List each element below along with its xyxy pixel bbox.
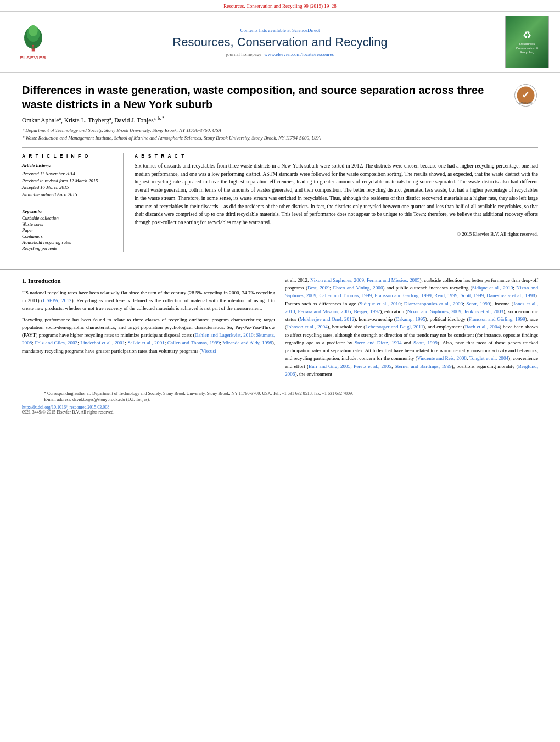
ref-scott1[interactable]: Scott, 1999 bbox=[461, 293, 484, 298]
ref-oskamp[interactable]: Oskamp, 1995 bbox=[396, 316, 425, 322]
ref-best[interactable]: Best, 2009 bbox=[307, 285, 329, 291]
author2: Krista L. Thyberga, bbox=[64, 117, 115, 124]
author1: Omkar Aphalea, bbox=[22, 117, 64, 124]
ref-usepa[interactable]: USEPA, 2013 bbox=[43, 298, 71, 303]
keyword-1: Curbside collection bbox=[22, 215, 115, 221]
body-para2: Recycling performance has been found to … bbox=[22, 316, 275, 355]
author3: David J. Tonjesa, b, * bbox=[114, 117, 164, 124]
homepage-link[interactable]: www.elsevier.com/locate/resconrec bbox=[264, 52, 334, 57]
body-right-para1: et al., 2012; Nixon and Saphores, 2009; … bbox=[285, 276, 538, 378]
ref-ebreo[interactable]: Ebreo and Vining, 2000 bbox=[333, 285, 383, 291]
footnote-area: * Corresponding author at: Department of… bbox=[22, 387, 538, 403]
ref-folz[interactable]: Folz and Giles, 2002 bbox=[35, 340, 78, 345]
page-wrapper: Resources, Conservation and Recycling 99… bbox=[0, 0, 560, 742]
ref-viscusi[interactable]: Viscusi bbox=[201, 348, 216, 354]
ref-fransson1[interactable]: Fransson and Gärling, 1999 bbox=[374, 293, 431, 298]
doi-link[interactable]: http://dx.doi.org/10.1016/j.resconrec.20… bbox=[22, 405, 109, 410]
keyword-6: Recycling percents bbox=[22, 246, 115, 251]
section1-number: 1. bbox=[22, 277, 26, 284]
ref-linderhof[interactable]: Linderhof et al., 2001 bbox=[80, 340, 125, 345]
article-area: Differences in waste generation, waste c… bbox=[0, 73, 560, 263]
svg-text:CrossMark: CrossMark bbox=[519, 101, 533, 104]
ref-scott3[interactable]: Scott, 1999 bbox=[413, 340, 438, 345]
section-divider bbox=[0, 269, 560, 270]
journal-homepage: journal homepage: www.elsevier.com/locat… bbox=[55, 52, 505, 57]
ref-scott2[interactable]: Scott, 1999 bbox=[466, 301, 490, 306]
journal-header: ELSEVIER Contents lists available at Sci… bbox=[0, 11, 560, 73]
ref-nixon1[interactable]: Nixon and Saphores, 2009 bbox=[310, 277, 364, 283]
ref-tonglet[interactable]: Tonglet et al., 2004 bbox=[469, 355, 508, 361]
keyword-4: Containers bbox=[22, 233, 115, 239]
journal-center: Contents lists available at ScienceDirec… bbox=[55, 27, 505, 57]
contents-available-line: Contents lists available at ScienceDirec… bbox=[55, 27, 505, 33]
article-info-col: A R T I C L E I N F O Article history: R… bbox=[22, 153, 124, 252]
ref-fransson2[interactable]: Fransson and Gärling, 1999 bbox=[468, 316, 525, 322]
ref-bach[interactable]: Bach et al., 2004 bbox=[465, 324, 500, 330]
keyword-3: Paper bbox=[22, 227, 115, 233]
ref-sterner[interactable]: Sterner and Bartlings, 1999 bbox=[395, 364, 452, 369]
crossmark-icon: ✓ CrossMark bbox=[513, 83, 538, 108]
top-bar: Resources, Conservation and Recycling 99… bbox=[0, 0, 560, 11]
ref-lebersorger[interactable]: Lebersorger and Beigl, 2011 bbox=[365, 324, 423, 330]
affiliations: ᵃ Department of Technology and Society, … bbox=[22, 127, 538, 142]
revised-date: Received in revised form 12 March 2015 bbox=[22, 178, 98, 183]
ref-stern[interactable]: Stern and Dietz, 1994 bbox=[355, 340, 402, 345]
abstract-col: A B S T R A C T Six tonnes of discards a… bbox=[135, 153, 538, 252]
footnote-corresponding: * Corresponding author at: Department of… bbox=[44, 390, 516, 397]
ref-vincente[interactable]: Vincente and Reis, 2008 bbox=[417, 355, 467, 361]
ref-jenkins[interactable]: Jenkins et al., 2003 bbox=[464, 309, 503, 314]
recycle-icon: ♻ bbox=[523, 29, 531, 41]
available-date: Available online 8 April 2015 bbox=[22, 192, 77, 197]
ref-daneshvary[interactable]: Daneshvary et al., 1998 bbox=[486, 293, 535, 298]
journal-title: Resources, Conservation and Recycling bbox=[55, 35, 505, 49]
crossmark-badge: ✓ CrossMark bbox=[513, 83, 538, 109]
ref-johnson[interactable]: Johnson et al., 2004 bbox=[287, 324, 328, 330]
ref-peretz[interactable]: Peretz et al., 2005 bbox=[354, 364, 391, 369]
ref-sidique1[interactable]: Sidique et al., 2010 bbox=[472, 285, 513, 291]
abstract-heading: A B S T R A C T bbox=[135, 153, 538, 159]
elsevier-logo: ELSEVIER bbox=[11, 24, 55, 60]
cover-image-content: ♻ ResourcesConservation &Recycling bbox=[506, 16, 548, 68]
elsevier-tree-icon bbox=[18, 24, 48, 54]
article-info-abstract-section: A R T I C L E I N F O Article history: R… bbox=[22, 147, 538, 252]
article-title: Differences in waste generation, waste c… bbox=[22, 83, 513, 111]
issn-copyright: 0921-3449/© 2015 Elsevier B.V. All right… bbox=[22, 410, 114, 415]
footnote-email-person: (D.J. Tonjes). bbox=[126, 397, 150, 402]
body-left-col: 1. Introduction US national recycling ra… bbox=[22, 276, 275, 381]
ref-barr[interactable]: Barr and Gilg, 2005 bbox=[309, 364, 350, 369]
copyright-line: © 2015 Elsevier B.V. All rights reserved… bbox=[135, 231, 538, 237]
accepted-date: Accepted 16 March 2015 bbox=[22, 185, 69, 190]
svg-point-3 bbox=[29, 25, 38, 36]
keyword-2: Waste sorts bbox=[22, 221, 115, 227]
footnote-email-link[interactable]: david.tonjes@stonybrook.edu bbox=[72, 397, 125, 402]
ref-dahlen[interactable]: Dahlen and Lagerkvist, 2010 bbox=[195, 332, 254, 338]
elsevier-label-text: ELSEVIER bbox=[20, 55, 47, 60]
body-right-col: et al., 2012; Nixon and Saphores, 2009; … bbox=[285, 276, 538, 381]
ref-mukherjee[interactable]: Mukherjee and Onel, 2012 bbox=[300, 316, 355, 322]
sciencedirect-link[interactable]: ScienceDirect bbox=[292, 27, 320, 33]
ref-diamant[interactable]: Diamantopoulos et al., 2003 bbox=[404, 301, 463, 306]
received-date: Received 11 November 2014 bbox=[22, 171, 75, 176]
ref-miranda[interactable]: Miranda and Aldy, 1998 bbox=[222, 340, 272, 345]
journal-citation-link[interactable]: Resources, Conservation and Recycling 99… bbox=[223, 3, 337, 9]
ref-read[interactable]: Read, 1999 bbox=[434, 293, 457, 298]
page-footer: http://dx.doi.org/10.1016/j.resconrec.20… bbox=[0, 403, 560, 417]
body-para1: US national recycling rates have been re… bbox=[22, 289, 275, 313]
ref-callen2[interactable]: Callen and Thomas, 1999 bbox=[319, 293, 372, 298]
ref-sidique2[interactable]: Sidique et al., 2010 bbox=[360, 301, 401, 306]
ref-salkie[interactable]: Salkie et al., 2001 bbox=[128, 340, 165, 345]
ref-ferrara1[interactable]: Ferrara and Missios, 2005 bbox=[367, 277, 419, 283]
article-title-section: Differences in waste generation, waste c… bbox=[22, 83, 538, 111]
ref-ferrara2[interactable]: Ferrara and Missios, 2005 bbox=[298, 309, 351, 314]
homepage-label: journal homepage: bbox=[226, 52, 264, 57]
keyword-5: Household recycling rates bbox=[22, 239, 115, 245]
affiliation-b: ᵇ Waste Reduction and Management Institu… bbox=[22, 135, 538, 142]
contents-label: Contents lists available at bbox=[240, 27, 292, 33]
journal-cover-image: ♻ ResourcesConservation &Recycling bbox=[505, 16, 549, 68]
abstract-text: Six tonnes of discards and recyclables f… bbox=[135, 162, 538, 227]
ref-nixon3[interactable]: Nixon and Saphores, 2009 bbox=[407, 309, 461, 314]
history-label: Article history: bbox=[22, 162, 115, 169]
ref-berger[interactable]: Berger, 1997 bbox=[354, 309, 380, 314]
ref-callen[interactable]: Callen and Thomas, 1999 bbox=[167, 340, 220, 345]
article-history: Article history: Received 11 November 20… bbox=[22, 162, 115, 203]
